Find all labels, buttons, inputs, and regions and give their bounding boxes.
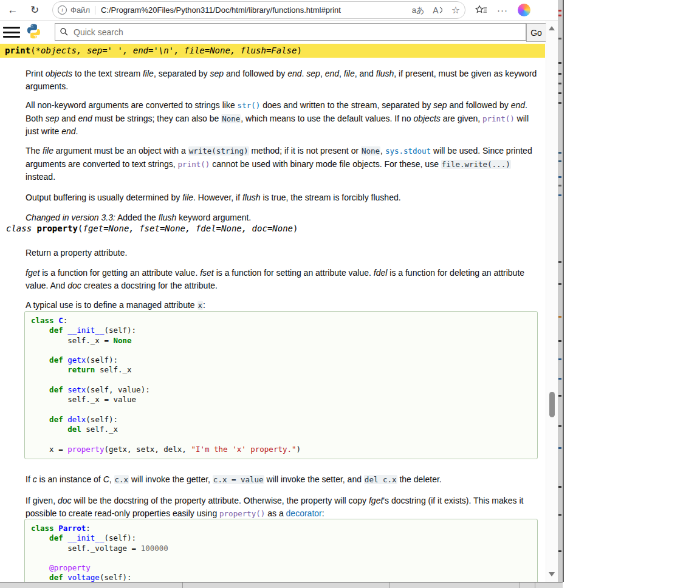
more-menu-icon[interactable]: ··· (497, 5, 508, 15)
code-token: class (31, 524, 54, 533)
text-run: and followed by (447, 100, 511, 110)
scrollbar-down-arrow-icon[interactable] (549, 572, 555, 576)
text-run: ) (293, 224, 298, 233)
text-run: *objects, sep=' ', end='\n', file=None, … (36, 46, 297, 55)
code-token: (self): (86, 355, 118, 364)
paragraph-print-4: Output buffering is usually determined b… (26, 191, 539, 204)
code-token: voltage (67, 573, 100, 582)
code-line: self._voltage = 100000 (31, 544, 531, 553)
inline-link[interactable]: sys.stdout (385, 146, 431, 156)
text-run: as a (265, 508, 286, 518)
copilot-icon[interactable] (518, 4, 530, 16)
refresh-icon[interactable]: ↻ (26, 2, 44, 19)
minimap-mark (558, 378, 561, 380)
inline-link[interactable]: property() (219, 509, 265, 518)
minimap-mark (558, 261, 561, 263)
favorite-star-icon[interactable]: ☆ (451, 4, 460, 16)
read-aloud-letter: A (433, 5, 438, 15)
text-run: Output buffering is usually determined b… (26, 193, 182, 202)
inline-link[interactable]: decorator (286, 508, 322, 518)
code-token: self._x = value (31, 395, 136, 404)
text-run: ) (297, 46, 301, 55)
code-token: self._x (95, 365, 131, 374)
browser-toolbar: ← ↻ i Файл C:/Program%20Files/Python311/… (0, 0, 558, 21)
go-button[interactable]: Go (526, 23, 546, 42)
minimap-mark (558, 38, 561, 39)
page-info-icon[interactable]: i (58, 5, 67, 15)
code-token: (self, value): (86, 385, 149, 394)
inline-link[interactable]: print() (178, 160, 210, 169)
minimap-mark (558, 425, 561, 427)
text-run: , (320, 69, 325, 78)
minimap-mark (558, 194, 561, 196)
code-token: @property (49, 563, 91, 572)
scrollbar-thumb[interactable] (549, 392, 555, 417)
text-run: instead. (26, 172, 55, 182)
code-line: def __init__(self): (31, 533, 531, 543)
text-run: Return a property attribute. (26, 248, 127, 258)
read-aloud-icon[interactable]: A (433, 5, 442, 15)
code-token: self._x = (31, 336, 113, 345)
code-token: def (49, 385, 63, 394)
text-run: sep (306, 69, 320, 78)
minimap-mark (558, 395, 561, 397)
minimap-mark (558, 447, 561, 449)
address-scheme-label: Файл (70, 5, 90, 15)
text-run: objects (46, 69, 72, 78)
minimap-mark (558, 152, 561, 154)
search-input[interactable] (72, 27, 521, 38)
code-token (31, 573, 49, 582)
code-token: (self): (104, 533, 136, 542)
text-run: sep (433, 100, 447, 110)
scrollbar-up-arrow-icon[interactable] (549, 26, 555, 30)
text-run: file (143, 69, 154, 78)
window-edge-separator (182, 583, 183, 588)
code-token: __init__ (67, 326, 104, 335)
code-line (31, 405, 531, 415)
text-run: does and written to the stream, separate… (260, 100, 433, 110)
docs-content: print(*objects, sep=' ', end='\n', file=… (0, 43, 545, 582)
text-run: fset (200, 268, 214, 278)
paragraph-property-1: Return a property attribute. (26, 247, 539, 259)
paragraph-changed-version: Changed in version 3.3: Added the flush … (26, 211, 539, 224)
favorites-collections-icon[interactable] (475, 5, 487, 15)
text-run: end (325, 69, 339, 78)
minimap-mark (558, 160, 561, 162)
inline-link[interactable]: print() (482, 114, 515, 123)
window-edge-separator (389, 583, 389, 588)
code-token: (getx, setx, delx, (104, 445, 191, 454)
code-line (31, 435, 531, 445)
text-run: . (75, 126, 78, 136)
code-token: (self): (86, 415, 118, 424)
text-run: flush (159, 213, 177, 222)
menu-hamburger-icon[interactable] (3, 27, 20, 38)
text-run: and (59, 114, 78, 123)
text-run: . However, if (193, 193, 242, 202)
code-line: x = property(getx, setx, delx, "I'm the … (31, 445, 531, 454)
vertical-scrollbar[interactable] (546, 21, 558, 582)
property-signature: class property(fget=None, fset=None, fde… (6, 224, 298, 233)
minimap-mark (558, 283, 561, 285)
background-window-sliver (558, 0, 564, 582)
inline-link[interactable]: str() (238, 101, 261, 110)
python-logo-icon[interactable] (26, 23, 42, 42)
back-icon[interactable]: ← (4, 2, 22, 19)
address-bar[interactable]: i Файл C:/Program%20Files/Python311/Doc/… (52, 1, 465, 19)
address-url[interactable]: C:/Program%20Files/Python311/Doc/html/li… (101, 5, 403, 15)
code-line: class Parrot: (31, 524, 531, 533)
text-run: fget=None, fset=None, fdel=None, doc=Non… (83, 224, 293, 233)
text-run: print (5, 46, 30, 55)
code-line (31, 346, 531, 355)
text-run: : (322, 508, 324, 518)
text-run: ( (30, 46, 35, 55)
translate-icon[interactable]: aあ (412, 5, 425, 16)
minimap-mark (558, 514, 561, 516)
paragraph-print-1: Print objects to the text stream file, s… (26, 67, 539, 92)
code-line: return self._x (31, 365, 531, 375)
minimap-mark (558, 92, 561, 94)
text-run: Added the (115, 213, 159, 222)
text-run: end (287, 69, 301, 78)
code-token: self._x (81, 425, 118, 434)
code-token: C (58, 316, 63, 325)
code-line: def setx(self, value): (31, 385, 531, 395)
